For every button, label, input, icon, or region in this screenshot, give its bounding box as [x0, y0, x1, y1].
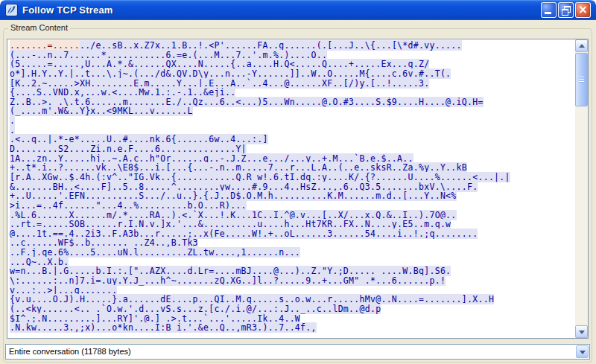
stream-line: .N.kw.....3.,;x)...o*kn....I:B i.'.&e..Q…	[10, 323, 575, 333]
stream-line: >i...=..4f......"...4..%.........b.O...R…	[10, 201, 575, 211]
server-data-segment: .N.kw.....3.,;x)...o*kn....I:B i.'.&e..Q…	[10, 322, 317, 333]
stream-text[interactable]: .......=......./e..sB..x.Z7x..1.B..!.<P'…	[7, 39, 575, 338]
server-data-segment: >i...=..4f......"...4..%.........b.O...R…	[10, 200, 247, 211]
server-data-segment: ../e..sB..x.Z7x..1.B..!.<P'......FA..g..…	[80, 40, 462, 51]
server-data-segment: o*].H.Y..Y.|..t...\.j~.(.../d&.QV.D\y...…	[10, 68, 451, 79]
server-data-segment: (..<ky......<.._.`O.w.'.d...vS.s...z.[c.…	[10, 304, 381, 314]
window-controls: ×	[541, 2, 592, 18]
conversation-select-value: Entire conversation (11788 bytes)	[9, 345, 131, 359]
stream-line: .	[10, 116, 575, 126]
follow-tcp-stream-window: Follow TCP Stream × Stream Content .....…	[0, 0, 596, 364]
chevron-down-icon	[580, 351, 586, 354]
client-data-segment: .......=.....	[10, 40, 80, 51]
close-button[interactable]: ×	[575, 2, 591, 18]
server-data-segment: \:......:..n]7.i=.uy.Y.J_...h^~.......zQ…	[10, 275, 446, 286]
dialog-body: Stream Content .......=......./e..sB..x.…	[0, 20, 596, 364]
scroll-up-icon	[579, 44, 585, 48]
stream-line: ..F.j.qe.6%....5....uN.l.........ZL.tw..…	[10, 248, 575, 258]
minimize-icon	[545, 12, 551, 14]
title-bar[interactable]: Follow TCP Stream ×	[0, 0, 596, 20]
server-data-segment: D........S2....Zi.n.e.F....6............…	[10, 144, 247, 154]
restore-button[interactable]	[558, 2, 574, 18]
minimize-button[interactable]	[541, 2, 557, 18]
stream-line: o*].H.Y..Y.|..t...\.j~.(.../d&.QV.D\y...…	[10, 69, 575, 79]
stream-line: (..<ky......<.._.`O.w.'.d...vS.s...z.[c.…	[10, 304, 575, 314]
stream-line: D........S2....Zi.n.e.F....6............…	[10, 144, 575, 154]
restore-icon	[559, 3, 573, 17]
server-data-segment: ..F.j.qe.6%....5....uN.l.........ZL.tw..…	[10, 247, 300, 258]
stream-line: \:......:..n]7.i=.uy.Y.J_...h^~.......zQ…	[10, 276, 575, 286]
group-label: Stream Content	[8, 23, 70, 32]
scroll-thumb[interactable]	[575, 53, 588, 106]
stream-line: {....S..VND.x,...w.<....Mw.1.:.-.1..&eji…	[10, 88, 575, 98]
stream-content-area: .......=......./e..sB..x.Z7x..1.B..!.<P'…	[7, 39, 589, 339]
stream-line: ..rt.=.....SOB......r.I.N.v.]x.'...&....…	[10, 220, 575, 229]
conversation-select[interactable]: Entire conversation (11788 bytes)	[5, 344, 590, 360]
scroll-thumb-grip	[579, 77, 584, 83]
window-title: Follow TCP Stream	[22, 4, 113, 16]
wireshark-fin-icon	[5, 4, 18, 16]
stream-line: .......=......./e..sB..x.Z7x..1.B..!.<P'…	[10, 41, 575, 51]
server-data-segment: (_....m'.W&..Y}x..<9MKL...v......L	[10, 106, 193, 116]
stream-line: [r.A..XGw..$.4h.(:v^.."IG.Vk..{.........…	[10, 173, 575, 182]
stream-content-group: Stream Content .......=......./e..sB..x.…	[3, 28, 592, 363]
close-icon: ×	[576, 3, 590, 17]
scroll-down-button[interactable]	[575, 325, 588, 338]
vertical-scrollbar[interactable]	[575, 39, 588, 338]
stream-line: (_....m'.W&..Y}x..<9MKL...v......L	[10, 106, 575, 116]
scroll-up-button[interactable]	[575, 39, 588, 52]
scroll-down-icon	[579, 331, 585, 334]
dropdown-button[interactable]	[576, 345, 589, 358]
server-data-segment: [r.A..XGw..$.4h.(:v^.."IG.Vk..{.........…	[10, 172, 510, 182]
stream-line: +..U.....'.EFN..........S.../..u..}.{.J.…	[10, 191, 575, 201]
